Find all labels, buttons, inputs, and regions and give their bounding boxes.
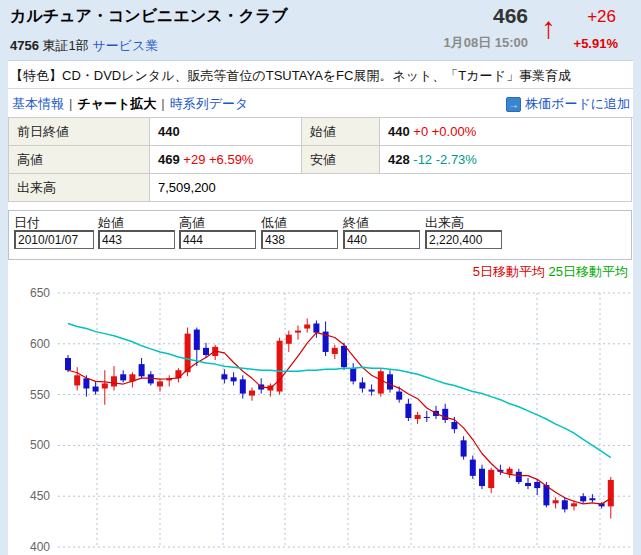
candle-body [405,404,411,418]
right-page-margin [633,60,641,555]
form-input-date[interactable] [14,230,94,249]
up-arrow-icon: ↑ [541,8,556,48]
summary-change-open: +0 +0.00% [410,124,477,139]
nav-separator: | [64,96,77,111]
nav-tab-time-series[interactable]: 時系列データ [170,96,249,111]
summary-label-open: 始値 [302,118,380,146]
candle-body [157,381,163,386]
y-axis-tick-650: 650 [30,286,50,300]
chart-legend: 5日移動平均 25日移動平均 [473,263,628,281]
summary-value-low: 428 -12 -2.73% [380,146,632,174]
candle-body [295,331,301,333]
candle-body [488,470,494,488]
y-axis-tick-450: 450 [30,489,50,503]
form-input-high[interactable] [179,230,256,249]
summary-label-prev-close: 前日終値 [9,118,150,146]
summary-label-volume: 出来高 [9,174,150,202]
y-axis-tick-400: 400 [30,540,50,554]
stock-name: カルチュア・コンビニエンス・クラブ [10,6,288,27]
form-label-date: 日付 [14,215,40,230]
ma5-line [68,333,611,505]
candlestick-chart: 650600550500450400 [0,283,641,555]
candle-body [589,498,595,500]
candle-body [313,323,319,332]
candle-body [387,374,393,389]
company-feature-text: 【特色】CD・DVDレンタル、販売等首位のTSUTAYAをFC展開。ネット、「T… [10,67,571,85]
add-to-price-board[interactable]: → 株価ボードに追加 [506,95,630,113]
form-label-volume: 出来高 [425,215,464,230]
form-label-open: 始値 [98,215,124,230]
summary-label-low: 安値 [302,146,380,174]
candle-body [470,460,476,476]
candle-body [571,503,577,506]
form-label-close: 終値 [343,215,369,230]
candle-body [203,348,209,355]
nav-separator: | [156,96,169,111]
legend-ma25: 25日移動平均 [549,264,628,279]
summary-label-high: 高値 [9,146,150,174]
left-page-margin [0,60,8,555]
candle-body [424,417,430,418]
y-axis-tick-600: 600 [30,337,50,351]
stock-exchange: 東証1部 [43,38,89,53]
price-timestamp: 1月08日 15:00 [380,34,528,52]
stock-nav-row: 基本情報|チャート拡大|時系列データ → 株価ボードに追加 [0,89,641,118]
candle-body [378,371,384,393]
candle-body [139,364,145,376]
y-axis-tick-550: 550 [30,388,50,402]
candle-body [93,386,99,391]
candle-body [111,376,117,386]
stock-code: 4756 [10,38,39,53]
form-input-low[interactable] [261,230,338,249]
candle-body [240,379,246,393]
current-price: 466 [380,4,528,28]
form-label-low: 低値 [261,215,287,230]
candle-body [83,378,89,388]
summary-value-prev-close: 440 [150,118,302,146]
candle-body [562,500,568,509]
candle-body [185,334,191,373]
candle-body [231,377,237,381]
summary-value-open: 440 +0 +0.00% [380,118,632,146]
candle-body [369,390,375,392]
company-feature-row: 【特色】CD・DVDレンタル、販売等首位のTSUTAYAをFC展開。ネット、「T… [0,61,641,89]
nav-tab-chart-zoom[interactable]: チャート拡大 [77,96,156,111]
legend-ma5: 5日移動平均 [473,264,545,279]
add-board-label[interactable]: 株価ボードに追加 [525,95,630,113]
summary-value-high: 469 +29 +6.59% [150,146,302,174]
candle-body [350,368,356,381]
candle-body [451,422,457,429]
candle-body [120,374,126,380]
summary-value-volume: 7,509,200 [150,174,632,202]
candle-body [65,358,71,370]
candle-body [461,440,467,456]
nav-tab-basic-info[interactable]: 基本情報 [12,96,64,111]
add-board-arrow-icon: → [506,97,521,112]
price-change: +26 [566,7,616,27]
stock-subline: 4756 東証1部 サービス業 [10,37,158,55]
form-input-open[interactable] [98,230,175,249]
candle-body [415,415,421,419]
form-label-high: 高値 [179,215,205,230]
candle-body [194,330,200,350]
candle-body [304,324,310,328]
stock-nav-links: 基本情報|チャート拡大|時系列データ [12,95,248,113]
candle-body [608,480,614,506]
summary-change-high: +29 +6.59% [180,152,254,167]
candle-body [332,348,338,354]
y-axis-tick-500: 500 [30,438,50,452]
industry-link[interactable]: サービス業 [92,38,158,53]
candle-body [580,496,586,501]
candle-body [221,374,227,379]
candle-body [396,392,402,400]
candle-body [249,391,255,396]
candle-body [516,472,522,482]
price-summary-table: 前日終値440始値440 +0 +0.00%高値469 +29 +6.59%安値… [8,117,632,202]
candle-body [479,469,485,486]
candle-body [553,500,559,503]
form-input-close[interactable] [343,230,420,249]
candle-body [286,335,292,344]
candle-body [359,382,365,388]
form-input-volume[interactable] [425,230,502,249]
candle-body [507,469,513,474]
